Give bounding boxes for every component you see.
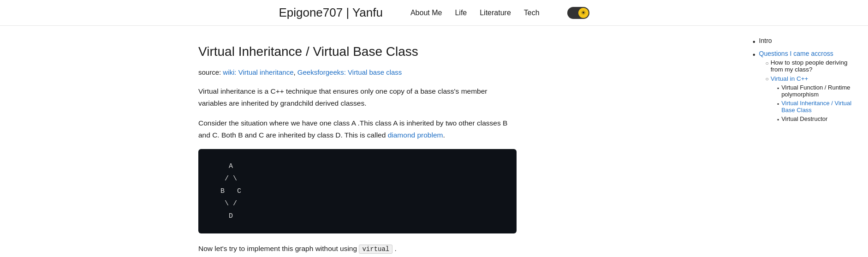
diamond-suffix: . bbox=[443, 131, 445, 139]
subsub-bullet-vi: ▪ bbox=[777, 101, 779, 107]
nav-life[interactable]: Life bbox=[455, 9, 467, 17]
virtual-code: virtual bbox=[359, 245, 392, 254]
nav-about-me[interactable]: About Me bbox=[410, 9, 442, 17]
subsub-bullet-vd: ▪ bbox=[777, 116, 779, 123]
nav-literature[interactable]: Literature bbox=[480, 9, 511, 17]
main-container: Virtual Inheritance / Virtual Base Class… bbox=[0, 26, 868, 257]
sidebar-subsubitem-vd: ▪ Virtual Destructor bbox=[777, 115, 859, 123]
sidebar: • Intro • Questions I came accross ○ How… bbox=[748, 28, 868, 138]
sidebar-subitem-virtual-cpp: ○ Virtual in C++ ▪ Virtual Function / Ru… bbox=[766, 75, 859, 125]
subsub-bullet-vf: ▪ bbox=[777, 85, 779, 91]
sidebar-item-intro: • Intro bbox=[753, 37, 859, 47]
sidebar-vf-label[interactable]: Virtual Function / Runtime polymorphism bbox=[781, 84, 859, 98]
sidebar-subsubitem-vf: ▪ Virtual Function / Runtime polymorphis… bbox=[777, 84, 859, 98]
wiki-link[interactable]: wiki: Virtual inheritance bbox=[223, 68, 293, 76]
sidebar-list: • Intro • Questions I came accross ○ How… bbox=[753, 37, 859, 126]
source-line: source: wiki: Virtual inheritance, Geeks… bbox=[198, 68, 517, 76]
sidebar-questions-group: Questions I came accross ○ How to stop p… bbox=[759, 50, 859, 126]
site-title: Epigone707 | Yanfu bbox=[279, 6, 383, 20]
page-title: Virtual Inheritance / Virtual Base Class bbox=[198, 44, 517, 59]
code-block: A / \ B C \ / D bbox=[198, 149, 517, 233]
sidebar-virtual-group: Virtual in C++ ▪ Virtual Function / Runt… bbox=[771, 75, 859, 125]
theme-toggle-wrapper: ☀ bbox=[567, 7, 589, 19]
last-para-prefix: Now let's try to implement this graph wi… bbox=[198, 245, 359, 252]
header: Epigone707 | Yanfu About Me Life Literat… bbox=[0, 0, 868, 26]
sidebar-subsublist: ▪ Virtual Function / Runtime polymorphis… bbox=[771, 84, 859, 123]
sidebar-item-questions: • Questions I came accross ○ How to stop… bbox=[753, 50, 859, 126]
sidebar-subsubitem-vi: ▪ Virtual Inheritance / Virtual Base Cla… bbox=[777, 100, 859, 114]
sidebar-vi-label[interactable]: Virtual Inheritance / Virtual Base Class bbox=[781, 100, 859, 114]
paragraph-3: Now let's try to implement this graph wi… bbox=[198, 243, 517, 255]
sidebar-virtual-cpp-label[interactable]: Virtual in C++ bbox=[771, 75, 809, 82]
last-para-suffix: . bbox=[392, 245, 397, 252]
sidebar-questions-label[interactable]: Questions I came accross bbox=[759, 50, 833, 57]
sidebar-vd-label[interactable]: Virtual Destructor bbox=[781, 115, 827, 122]
sidebar-subitem-stop-people: ○ How to stop people deriving from my cl… bbox=[766, 59, 859, 73]
paragraph-2: Consider the situation where we have one… bbox=[198, 117, 517, 141]
toggle-knob: ☀ bbox=[578, 8, 589, 18]
bullet-questions: • bbox=[753, 50, 755, 60]
source-separator: , bbox=[294, 68, 297, 76]
theme-toggle[interactable]: ☀ bbox=[567, 7, 589, 19]
bullet-intro: • bbox=[753, 37, 755, 47]
diamond-problem-link[interactable]: diamond problem bbox=[388, 131, 443, 139]
content-area: Virtual Inheritance / Virtual Base Class… bbox=[0, 26, 553, 257]
paragraph-2-text: Consider the situation where we have one… bbox=[198, 119, 507, 139]
nav-tech[interactable]: Tech bbox=[524, 9, 540, 17]
paragraph-1: Virtual inheritance is a C++ technique t… bbox=[198, 85, 517, 109]
source-prefix: source: bbox=[198, 68, 223, 76]
sidebar-stop-label[interactable]: How to stop people deriving from my clas… bbox=[771, 59, 859, 73]
nav: About Me Life Literature Tech bbox=[410, 9, 540, 17]
sub-bullet-virtual: ○ bbox=[766, 76, 769, 82]
geeksforgeeks-link[interactable]: Geeksforgeeks: Virtual base class bbox=[297, 68, 402, 76]
sub-bullet-stop: ○ bbox=[766, 60, 769, 66]
sidebar-intro-label[interactable]: Intro bbox=[759, 37, 772, 44]
sun-icon: ☀ bbox=[581, 9, 586, 16]
sidebar-sublist: ○ How to stop people deriving from my cl… bbox=[759, 59, 859, 125]
